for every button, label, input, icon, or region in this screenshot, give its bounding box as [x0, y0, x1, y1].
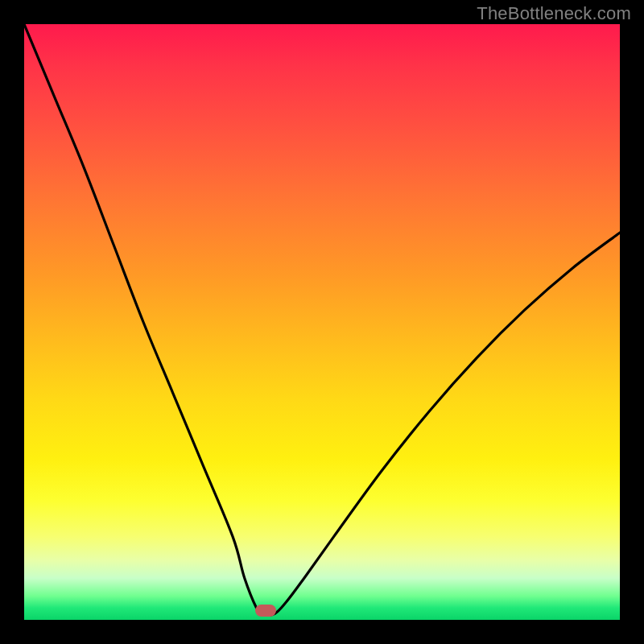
chart-frame: TheBottleneck.com	[0, 0, 644, 644]
watermark-text: TheBottleneck.com	[477, 3, 631, 24]
curve-path	[24, 24, 620, 615]
optimal-marker	[255, 605, 276, 617]
bottleneck-curve	[24, 24, 620, 620]
plot-area	[24, 24, 620, 620]
